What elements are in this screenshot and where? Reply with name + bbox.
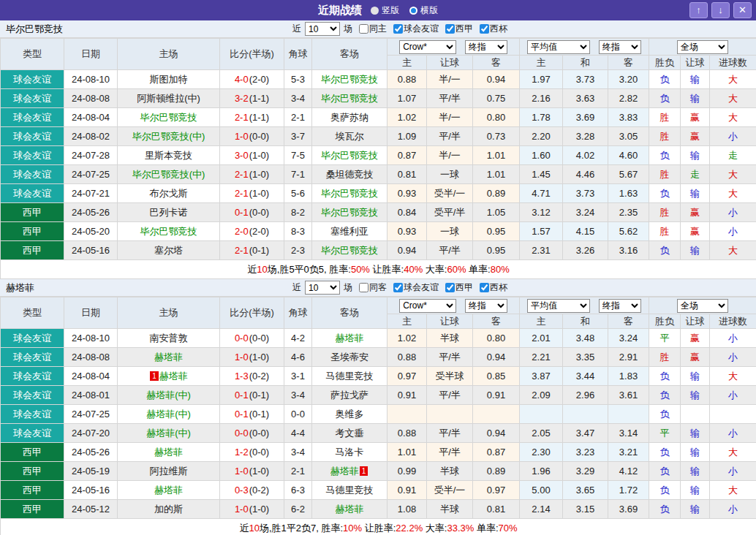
average-time-select[interactable]: 终指 — [599, 299, 641, 313]
checkbox[interactable] — [359, 24, 368, 34]
corner-cell: 4-2 — [284, 329, 312, 348]
result-cell: 负 — [649, 367, 681, 386]
league-checkbox-copa[interactable]: 西杯 — [475, 281, 507, 294]
away-team-name[interactable]: 毕尔巴鄂竞技 — [321, 207, 378, 218]
home-team-name[interactable]: 里斯本竞技 — [145, 150, 192, 161]
checkbox[interactable] — [480, 283, 489, 292]
summary-value: 33.3% — [447, 523, 474, 534]
result-cell: 大 — [710, 367, 756, 386]
scope-select[interactable]: 全场 — [677, 299, 728, 313]
result-cell: 走 — [681, 165, 710, 184]
radio-horizontal-view[interactable]: 横版 — [409, 4, 438, 17]
bookmaker-select[interactable]: Crow* — [399, 299, 456, 313]
col-header-corner: 角球 — [284, 39, 312, 70]
average-select[interactable]: 平均值 — [527, 40, 590, 54]
away-team-name[interactable]: 考文垂 — [336, 428, 364, 439]
away-team-name[interactable]: 马德里竞技 — [326, 371, 374, 382]
result-cell: 输 — [681, 184, 710, 203]
checkbox[interactable] — [359, 283, 368, 292]
recent-count-select[interactable]: 10 — [305, 22, 340, 36]
move-up-button[interactable]: ↑ — [689, 2, 708, 18]
result-cell: 胜 — [649, 165, 681, 184]
home-team-name[interactable]: 加的斯 — [154, 504, 183, 515]
scope-select[interactable]: 全场 — [677, 40, 728, 54]
home-team-name[interactable]: 阿拉维斯 — [150, 466, 188, 477]
fulltime-score: 3-0 — [235, 150, 249, 161]
away-team-name[interactable]: 赫塔菲 — [336, 333, 364, 344]
same-home-checkbox[interactable]: 同主 — [354, 23, 387, 35]
home-team-name[interactable]: 赫塔菲(中) — [146, 390, 191, 401]
checkbox[interactable] — [480, 24, 489, 34]
league-checkbox-laliga[interactable]: 西甲 — [440, 281, 473, 294]
score-cell: 2-1(1-0) — [220, 184, 284, 203]
away-team-name[interactable]: 赫塔菲 — [330, 466, 359, 477]
away-team-name[interactable]: 毕尔巴鄂竞技 — [321, 74, 378, 85]
close-button[interactable]: ✕ — [733, 2, 752, 18]
away-team-name[interactable]: 桑坦德竞技 — [326, 169, 374, 180]
home-team-name[interactable]: 毕尔巴鄂竞技 — [140, 226, 197, 237]
average-odds-cell: 1.57 — [520, 222, 563, 241]
away-team-name[interactable]: 赫塔菲 — [336, 504, 364, 515]
home-team-cell: 南安普敦 — [118, 329, 220, 348]
league-checkbox-friendly[interactable]: 球会友谊 — [388, 23, 439, 35]
average-odds-cell: 3.16 — [608, 241, 649, 260]
home-team-name[interactable]: 斯图加特 — [150, 74, 188, 85]
away-team-name[interactable]: 毕尔巴鄂竞技 — [321, 245, 378, 256]
league-checkbox-laliga[interactable]: 西甲 — [440, 23, 473, 35]
away-team-name[interactable]: 毕尔巴鄂竞技 — [321, 150, 378, 161]
move-down-button[interactable]: ↓ — [711, 2, 730, 18]
average-odds-cell: 5.62 — [608, 222, 649, 241]
home-team-name[interactable]: 毕尔巴鄂竞技(中) — [132, 169, 205, 180]
home-team-name[interactable]: 赫塔菲(中) — [146, 428, 191, 439]
away-team-name[interactable]: 奥维多 — [336, 409, 364, 420]
col-header-avg-away: 客 — [608, 56, 649, 70]
handicap-odds-cell: 0.95 — [473, 222, 520, 241]
home-team-name[interactable]: 赫塔菲(中) — [146, 409, 191, 420]
score-cell: 0-1(0-1) — [220, 386, 284, 405]
away-team-name[interactable]: 塞维利亚 — [330, 226, 368, 237]
home-team-name[interactable]: 塞尔塔 — [154, 245, 183, 256]
home-team-name[interactable]: 巴列卡诺 — [150, 207, 188, 218]
away-team-name[interactable]: 毕尔巴鄂竞技 — [321, 93, 378, 104]
home-team-name[interactable]: 赫塔菲 — [154, 447, 183, 458]
home-team-name[interactable]: 阿斯顿维拉(中) — [137, 93, 200, 104]
away-team-name[interactable]: 奥萨苏纳 — [330, 112, 368, 123]
recent-count-select[interactable]: 10 — [305, 281, 340, 295]
radio-vertical-view[interactable]: 竖版 — [371, 4, 399, 17]
average-select[interactable]: 平均值 — [527, 299, 590, 313]
fulltime-score: 0-3 — [235, 485, 249, 496]
handicap-time-select[interactable]: 终指 — [465, 299, 507, 313]
home-team-name[interactable]: 毕尔巴鄂竞技 — [140, 112, 197, 123]
score-cell: 3-2(1-1) — [220, 89, 284, 108]
home-team-name[interactable]: 赫塔菲 — [154, 352, 183, 363]
team-section-home: 毕尔巴鄂竞技 近 10 场 同主 球会友谊 西甲 西杯 类型 日期 主场 比分(… — [0, 20, 756, 279]
fulltime-score: 0-1 — [235, 207, 249, 218]
handicap-odds-cell: 受半/一 — [427, 184, 473, 203]
average-time-select[interactable]: 终指 — [599, 40, 641, 54]
same-away-checkbox[interactable]: 同客 — [354, 281, 387, 294]
checkbox[interactable] — [445, 24, 455, 34]
match-row: 球会友谊24-08-01赫塔菲(中)0-1(0-1)3-4萨拉戈萨0.91平/半… — [1, 386, 756, 405]
away-team-name[interactable]: 圣埃蒂安 — [330, 352, 368, 363]
checkbox[interactable] — [393, 24, 403, 34]
handicap-odds-cell: 1.02 — [388, 329, 427, 348]
away-team-name[interactable]: 马德里竞技 — [326, 485, 374, 496]
home-team-cell: 毕尔巴鄂竞技 — [118, 108, 220, 127]
home-team-name[interactable]: 南安普敦 — [150, 333, 188, 344]
league-checkbox-copa[interactable]: 西杯 — [475, 23, 507, 35]
away-team-name[interactable]: 毕尔巴鄂竞技 — [321, 188, 378, 199]
home-team-name[interactable]: 赫塔菲 — [159, 371, 188, 382]
checkbox[interactable] — [393, 283, 403, 292]
handicap-time-select[interactable]: 终指 — [465, 40, 507, 54]
result-cell: 赢 — [681, 329, 710, 348]
away-team-name[interactable]: 马洛卡 — [336, 447, 364, 458]
away-team-name[interactable]: 埃瓦尔 — [336, 131, 364, 142]
checkbox[interactable] — [445, 283, 455, 292]
bookmaker-select[interactable]: Crow* — [399, 40, 456, 54]
home-team-name[interactable]: 毕尔巴鄂竞技(中) — [132, 131, 205, 142]
league-checkbox-friendly[interactable]: 球会友谊 — [388, 281, 439, 294]
away-team-name[interactable]: 萨拉戈萨 — [330, 390, 368, 401]
home-team-name[interactable]: 赫塔菲 — [154, 485, 183, 496]
result-cell: 负 — [649, 443, 681, 462]
home-team-name[interactable]: 布尔戈斯 — [150, 188, 188, 199]
